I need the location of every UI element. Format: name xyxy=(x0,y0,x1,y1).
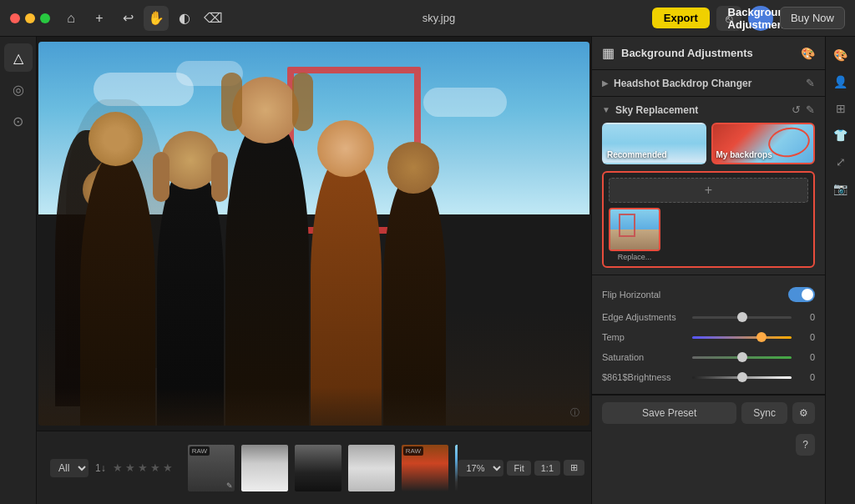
flip-horizontal-toggle[interactable] xyxy=(788,287,815,302)
canvas-main[interactable]: ⓘ xyxy=(37,37,591,431)
brush-icon[interactable]: ◐ xyxy=(172,6,197,31)
window-title: sky.jpg xyxy=(422,12,456,24)
star-4[interactable]: ★ xyxy=(150,461,160,474)
panel-header: ▦ Background Adjustments 🎨 xyxy=(592,37,825,70)
fullscreen-button[interactable] xyxy=(40,13,50,23)
undo-icon[interactable]: ↩ xyxy=(115,6,140,31)
main-content: △ ◎ ⊙ xyxy=(0,37,855,504)
saturation-slider-track[interactable] xyxy=(692,356,792,359)
adjustments-section: Flip Horizontal Edge Adjustments 0 Temp xyxy=(592,275,825,395)
edge-adjustments-row: Edge Adjustments 0 xyxy=(602,307,815,327)
panel-title: Background Adjustments xyxy=(621,47,794,59)
backdrop-items: Replace... xyxy=(609,208,808,261)
grid-sidebar-icon[interactable]: ⊞ xyxy=(829,97,852,120)
settings-small-button[interactable]: ⚙ xyxy=(792,402,815,424)
tshirt-icon[interactable]: 👕 xyxy=(829,123,852,147)
buy-now-button[interactable]: Buy Now xyxy=(780,7,845,29)
headshot-section-header[interactable]: Headshot Backdrop Changer ✎ xyxy=(602,77,815,89)
top-bar-right: Export ⎋ Background Adjustments Buy Now xyxy=(652,6,845,31)
sync-button[interactable]: Sync xyxy=(741,402,787,424)
sky-title: Sky Replacement xyxy=(615,104,787,116)
brightness-slider-track[interactable] xyxy=(692,376,792,379)
left-sidebar: △ ◎ ⊙ xyxy=(0,37,37,504)
grid-view-button[interactable]: ⊞ xyxy=(564,460,584,476)
saturation-row: Saturation 0 xyxy=(602,347,815,367)
headshot-title: Headshot Backdrop Changer xyxy=(614,78,801,89)
filmstrip-item-3[interactable] xyxy=(293,443,343,493)
avatar[interactable]: Background Adjustments xyxy=(748,6,773,31)
backdrop-thumb-inner-1 xyxy=(610,209,659,249)
top-bar: ⌂ + ↩ ✋ ◐ ⌫ sky.jpg Export ⎋ Background … xyxy=(0,0,855,37)
saturation-slider[interactable] xyxy=(692,356,792,359)
photo-canvas: ⓘ xyxy=(38,42,589,426)
brightness-row: $861$Brightness 0 xyxy=(602,367,815,387)
right-panel: ▦ Background Adjustments 🎨 Headshot Back… xyxy=(591,37,825,504)
star-5[interactable]: ★ xyxy=(163,461,173,474)
palette-sidebar-icon[interactable]: 🎨 xyxy=(829,43,852,67)
close-button[interactable] xyxy=(10,13,20,23)
temp-slider-track[interactable] xyxy=(692,336,792,339)
zoom-select[interactable]: 17% xyxy=(458,460,503,476)
saturation-label: Saturation xyxy=(602,352,686,362)
edge-adjustments-label: Edge Adjustments xyxy=(602,312,686,322)
eraser-icon[interactable]: ⌫ xyxy=(200,6,225,31)
edge-slider-track[interactable] xyxy=(692,316,792,319)
edge-adjustments-slider[interactable] xyxy=(692,316,792,319)
temp-slider-thumb[interactable] xyxy=(756,332,766,342)
filmstrip-item-5[interactable]: RAW xyxy=(400,443,450,493)
count-label: 1↓ xyxy=(95,462,106,474)
pan-icon[interactable]: ✋ xyxy=(144,6,169,31)
filter-select[interactable]: All xyxy=(50,459,89,477)
filmstrip-item-6[interactable] xyxy=(453,443,458,493)
filmstrip-item-1[interactable]: RAW ✎ xyxy=(186,443,236,493)
backdrop-thumb-1 xyxy=(609,208,660,251)
filmstrip-item-4[interactable] xyxy=(347,443,397,493)
camera-icon[interactable]: 📷 xyxy=(829,177,852,200)
brightness-slider[interactable] xyxy=(692,376,792,379)
saturation-value: 0 xyxy=(798,352,815,362)
raw-badge-1: RAW xyxy=(190,446,210,456)
brightness-slider-thumb[interactable] xyxy=(737,372,747,382)
bd-frame xyxy=(619,214,635,237)
person-icon[interactable]: 👤 xyxy=(829,70,852,93)
sky-settings-icon[interactable]: ✎ xyxy=(806,103,815,116)
fit-button[interactable]: Fit xyxy=(507,461,530,476)
add-icon[interactable]: + xyxy=(87,6,112,31)
temp-label: Temp xyxy=(602,332,686,342)
layers-icon[interactable]: △ xyxy=(4,43,33,72)
one-to-one-button[interactable]: 1:1 xyxy=(534,461,560,476)
saturation-slider-thumb[interactable] xyxy=(737,352,747,362)
palette-icon[interactable]: 🎨 xyxy=(801,47,815,60)
brightness-label: $861$Brightness xyxy=(602,372,686,382)
sky-section-header[interactable]: Sky Replacement ↺ ✎ xyxy=(602,103,815,116)
add-backdrop-button[interactable]: + xyxy=(609,178,808,203)
home-icon[interactable]: ⌂ xyxy=(58,6,83,31)
star-1[interactable]: ★ xyxy=(113,461,123,474)
history-icon[interactable]: ⊙ xyxy=(4,107,33,135)
headshot-section[interactable]: Headshot Backdrop Changer ✎ xyxy=(592,70,825,97)
my-backdrops-tab-label: My backdrops xyxy=(716,150,772,159)
edge-slider-thumb[interactable] xyxy=(737,312,747,322)
expand-icon[interactable]: ⤢ xyxy=(829,150,852,174)
sky-reset-icon[interactable]: ↺ xyxy=(792,103,801,116)
star-2[interactable]: ★ xyxy=(125,461,135,474)
save-preset-button[interactable]: Save Preset xyxy=(602,402,736,424)
headshot-chevron xyxy=(602,78,609,88)
background-icon: ▦ xyxy=(602,45,615,61)
star-rating[interactable]: ★ ★ ★ ★ ★ xyxy=(113,461,173,474)
edit-icon-1: ✎ xyxy=(226,481,233,490)
minimize-button[interactable] xyxy=(25,13,35,23)
filmstrip-item-2[interactable] xyxy=(240,443,290,493)
star-3[interactable]: ★ xyxy=(138,461,148,474)
headshot-edit-icon[interactable]: ✎ xyxy=(806,77,815,89)
right-sidebar: 🎨 👤 ⊞ 👕 ⤢ 📷 xyxy=(825,37,855,504)
temp-slider[interactable] xyxy=(692,336,792,339)
traffic-lights xyxy=(10,13,50,23)
help-button[interactable]: ? xyxy=(796,434,815,456)
sky-tab-recommended[interactable]: Recommended xyxy=(602,123,706,164)
texture-icon[interactable]: ◎ xyxy=(4,75,33,103)
backdrop-item-1[interactable]: Replace... xyxy=(609,208,660,261)
sky-tab-my-backdrops[interactable]: My backdrops xyxy=(711,123,816,164)
recommended-tab-label: Recommended xyxy=(607,150,667,159)
export-button[interactable]: Export xyxy=(652,8,710,28)
